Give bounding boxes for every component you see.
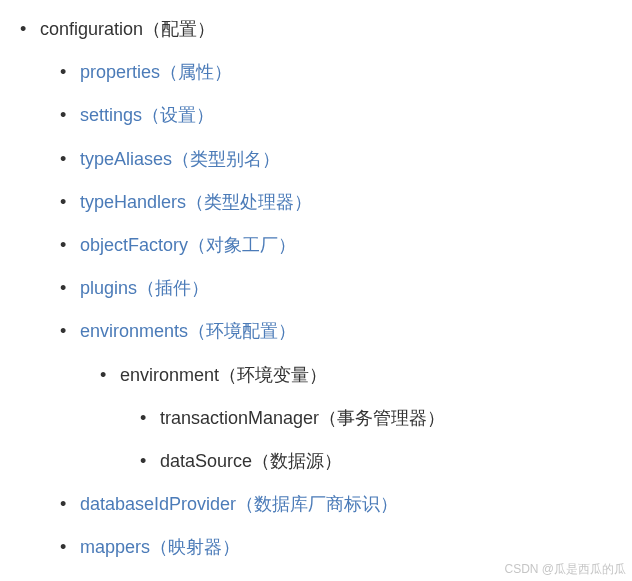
list-item: typeHandlers（类型处理器） [40,181,632,224]
properties-link[interactable]: properties（属性） [80,62,232,82]
list-item: environments（环境配置） environment（环境变量） tra… [40,310,632,483]
settings-link[interactable]: settings（设置） [80,105,214,125]
plugins-link[interactable]: plugins（插件） [80,278,209,298]
environments-link[interactable]: environments（环境配置） [80,321,296,341]
level-3-list: transactionManager（事务管理器） dataSource（数据源… [120,397,632,483]
list-item: dataSource（数据源） [120,440,632,483]
list-item: databaseIdProvider（数据库厂商标识） [40,483,632,526]
list-item: environment（环境变量） transactionManager（事务管… [80,354,632,484]
mappers-link[interactable]: mappers（映射器） [80,537,240,557]
list-item: transactionManager（事务管理器） [120,397,632,440]
config-tree: configuration（配置） properties（属性） setting… [0,8,632,569]
list-item: properties（属性） [40,51,632,94]
environment-label: environment（环境变量） [120,365,327,385]
list-item: objectFactory（对象工厂） [40,224,632,267]
typehandlers-link[interactable]: typeHandlers（类型处理器） [80,192,312,212]
root-label: configuration（配置） [40,19,215,39]
transactionmanager-label: transactionManager（事务管理器） [160,408,445,428]
tree-root: configuration（配置） properties（属性） setting… [0,8,632,569]
level-2-list: environment（环境变量） transactionManager（事务管… [80,354,632,484]
objectfactory-link[interactable]: objectFactory（对象工厂） [80,235,296,255]
typealiases-link[interactable]: typeAliases（类型别名） [80,149,280,169]
watermark: CSDN @瓜是西瓜的瓜 [504,563,626,575]
databaseidprovider-link[interactable]: databaseIdProvider（数据库厂商标识） [80,494,398,514]
datasource-label: dataSource（数据源） [160,451,342,471]
level-1-list: properties（属性） settings（设置） typeAliases（… [40,51,632,569]
list-item: typeAliases（类型别名） [40,138,632,181]
list-item: settings（设置） [40,94,632,137]
list-item: plugins（插件） [40,267,632,310]
